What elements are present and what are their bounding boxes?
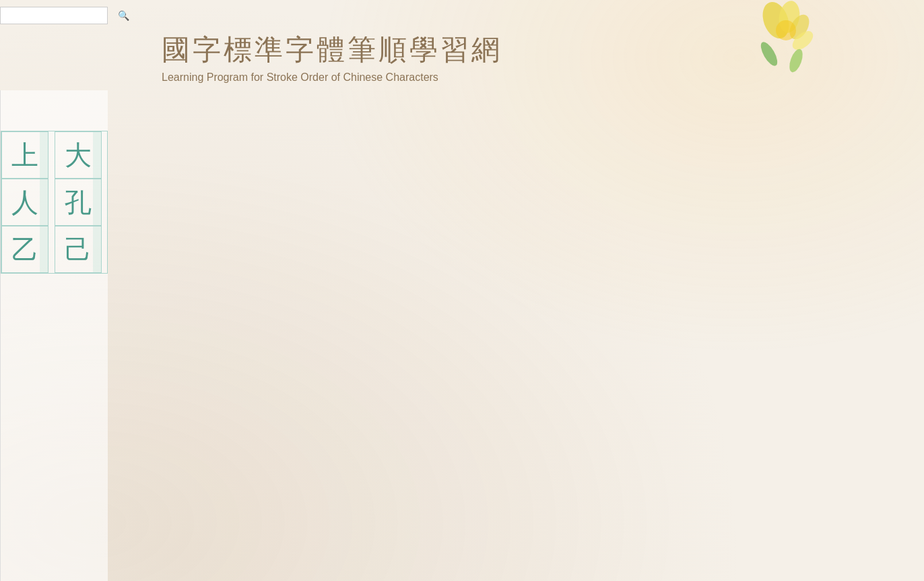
header: 國字標準字體筆順學習網 Learning Program for Stroke … [0, 18, 924, 90]
site-title-en: Learning Program for Stroke Order of Chi… [162, 71, 924, 84]
site-title-zh: 國字標準字體筆順學習網 [162, 31, 924, 69]
char-cell-1: 大 [55, 131, 102, 179]
char-grid: 上大人孔乙己 [1, 131, 108, 274]
char-cell-2: 人 [1, 179, 48, 226]
char-cell-3: 孔 [55, 179, 102, 226]
char-cell-0: 上 [1, 131, 48, 179]
char-grid-panel: 上大人孔乙己 [0, 90, 108, 581]
char-cell-4: 乙 [1, 226, 48, 273]
char-cell-5: 己 [55, 226, 102, 273]
